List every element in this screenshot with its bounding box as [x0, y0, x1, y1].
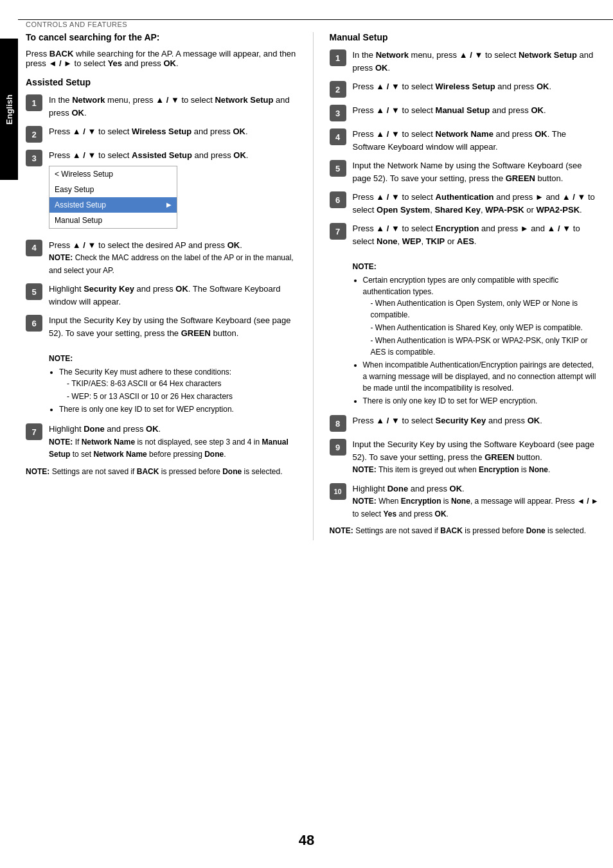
section-header: CONTROLS AND FEATURES: [26, 21, 127, 28]
step-1: 1 In the Network menu, press ▲ / ▼ to se…: [26, 94, 297, 119]
left-column: To cancel searching for the AP: Press BA…: [26, 32, 297, 540]
step-content-1: In the Network menu, press ▲ / ▼ to sele…: [49, 94, 297, 119]
step-7: 7 Highlight Done and press OK. NOTE: If …: [26, 423, 297, 461]
step-3: 3 Press ▲ / ▼ to select Assisted Setup a…: [26, 149, 297, 233]
step-6: 6 Input the Security Key by using the So…: [26, 314, 297, 416]
step-content-6: Input the Security Key by using the Soft…: [49, 314, 297, 416]
right-step-content-5: Input the Network Name by using the Soft…: [353, 159, 601, 184]
cancel-body: Press BACK while searching for the AP. A…: [26, 49, 297, 68]
right-step-num-9: 9: [330, 439, 346, 456]
step-content-3: Press ▲ / ▼ to select Assisted Setup and…: [49, 149, 248, 233]
right-step-num-4: 4: [330, 128, 346, 145]
right-step-content-10: Highlight Done and press OK. NOTE: When …: [353, 483, 601, 520]
right-step-7: 7 Press ▲ / ▼ to select Encryption and p…: [330, 222, 601, 408]
step-4: 4 Press ▲ / ▼ to select the desired AP a…: [26, 239, 297, 277]
menu-box: < Wireless Setup Easy Setup Assisted Set…: [49, 166, 177, 229]
step-content-5: Highlight Security Key and press OK. The…: [49, 283, 297, 308]
right-step-content-3: Press ▲ / ▼ to select Manual Setup and p…: [353, 104, 546, 117]
right-step-8: 8 Press ▲ / ▼ to select Security Key and…: [330, 414, 601, 432]
step-content-7: Highlight Done and press OK. NOTE: If Ne…: [49, 423, 297, 461]
right-step-num-3: 3: [330, 105, 346, 121]
step-num-1: 1: [26, 94, 42, 111]
language-label: English: [0, 39, 18, 180]
step-num-3: 3: [26, 150, 42, 166]
assisted-setup-section: Assisted Setup 1 In the Network menu, pr…: [26, 77, 297, 476]
step-content-2: Press ▲ / ▼ to select Wireless Setup and…: [49, 125, 248, 138]
right-step-num-10: 10: [330, 483, 346, 500]
step-num-6: 6: [26, 315, 42, 332]
right-step-6: 6 Press ▲ / ▼ to select Authentication a…: [330, 191, 601, 216]
right-step-content-9: Input the Security Key by using the Soft…: [353, 438, 601, 476]
step-5: 5 Highlight Security Key and press OK. T…: [26, 283, 297, 308]
right-step-content-6: Press ▲ / ▼ to select Authentication and…: [353, 191, 601, 216]
menu-item-manual: Manual Setup: [49, 213, 177, 228]
right-step-9: 9 Input the Security Key by using the So…: [330, 438, 601, 476]
right-step-4: 4 Press ▲ / ▼ to select Network Name and…: [330, 128, 601, 153]
right-step-5: 5 Input the Network Name by using the So…: [330, 159, 601, 184]
step-num-7: 7: [26, 423, 42, 440]
step-num-2: 2: [26, 126, 42, 143]
column-divider: [313, 32, 314, 540]
right-step-content-4: Press ▲ / ▼ to select Network Name and p…: [353, 128, 601, 153]
right-step-num-8: 8: [330, 415, 346, 432]
main-content: To cancel searching for the AP: Press BA…: [26, 32, 600, 540]
menu-item-assisted: Assisted Setup: [49, 197, 177, 213]
right-footer-note: NOTE: Settings are not saved if BACK is …: [330, 526, 601, 535]
right-step-content-1: In the Network menu, press ▲ / ▼ to sele…: [353, 49, 601, 74]
right-step-content-7: Press ▲ / ▼ to select Encryption and pre…: [353, 222, 601, 408]
right-step-num-7: 7: [330, 223, 346, 240]
right-step-content-2: Press ▲ / ▼ to select Wireless Setup and…: [353, 80, 552, 93]
assisted-setup-title: Assisted Setup: [26, 77, 297, 87]
top-border: [18, 19, 613, 20]
step-num-4: 4: [26, 240, 42, 256]
right-step-content-8: Press ▲ / ▼ to select Security Key and p…: [353, 414, 542, 427]
left-footer-note: NOTE: Settings are not saved if BACK is …: [26, 467, 297, 476]
right-column: Manual Setup 1 In the Network menu, pres…: [330, 32, 601, 540]
right-step-num-5: 5: [330, 160, 346, 177]
right-step-num-6: 6: [330, 191, 346, 208]
right-step-1: 1 In the Network menu, press ▲ / ▼ to se…: [330, 49, 601, 74]
right-step-num-1: 1: [330, 49, 346, 66]
menu-item-easy: Easy Setup: [49, 182, 177, 197]
right-step-num-2: 2: [330, 81, 346, 98]
right-step-10: 10 Highlight Done and press OK. NOTE: Wh…: [330, 483, 601, 520]
step-2: 2 Press ▲ / ▼ to select Wireless Setup a…: [26, 125, 297, 143]
cancel-title: To cancel searching for the AP:: [26, 32, 297, 42]
menu-item-wireless: < Wireless Setup: [49, 166, 177, 182]
cancel-section: To cancel searching for the AP: Press BA…: [26, 32, 297, 68]
right-step-3: 3 Press ▲ / ▼ to select Manual Setup and…: [330, 104, 601, 121]
manual-setup-title: Manual Setup: [330, 32, 601, 42]
step-num-5: 5: [26, 283, 42, 300]
step-content-4: Press ▲ / ▼ to select the desired AP and…: [49, 239, 297, 277]
right-step-2: 2 Press ▲ / ▼ to select Wireless Setup a…: [330, 80, 601, 98]
page-number: 48: [299, 832, 314, 849]
